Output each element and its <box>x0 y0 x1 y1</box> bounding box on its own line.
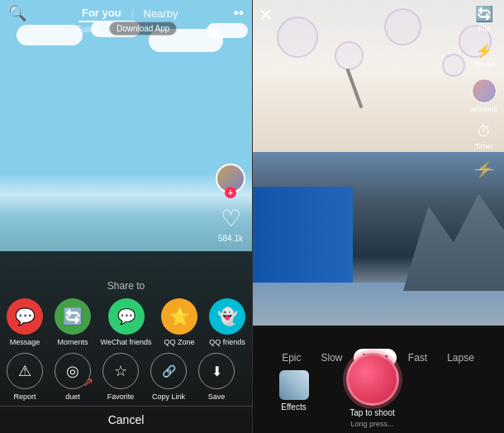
avatar-container[interactable]: + <box>216 164 245 193</box>
left-panel: 🔍 For you | Nearby •• Guide Download App… <box>0 0 252 433</box>
qq-friends-label: QQ friends <box>209 338 245 346</box>
duet-icon-circle: ◎ ↗ <box>55 353 91 389</box>
close-button[interactable]: ✕ <box>259 5 273 25</box>
shoot-area: Tap to shoot Long press... <box>346 353 399 428</box>
right-side-icons: + ♡ 584.1k <box>216 164 245 243</box>
tap-to-shoot-label: Tap to shoot <box>349 408 394 417</box>
qq-zone-icon-circle: ⭐ <box>161 298 197 335</box>
filter-label: ielicious <box>471 105 497 113</box>
follow-button[interactable]: + <box>225 187 236 198</box>
bottom-controls: Effects Tap to shoot Long press... <box>252 353 504 428</box>
save-icon-circle: ⬇ <box>198 353 235 389</box>
report-label: Report <box>13 393 36 401</box>
flip-label: Flip <box>478 25 491 33</box>
report-icon-circle: ⚠ <box>7 353 43 389</box>
timer-label: Timer <box>475 142 494 150</box>
more-options-icon[interactable]: •• <box>233 5 244 22</box>
copy-link-label: Copy Link <box>152 393 185 401</box>
share-message[interactable]: 💬 Message <box>5 298 45 346</box>
action-favorite[interactable]: ☆ Favorite <box>101 353 140 401</box>
heart-icon: ♡ <box>221 205 241 232</box>
wechat-icon: 💬 <box>117 307 136 326</box>
right-top-bar: ✕ 🔄 Flip ⚡ Speed ielicious ⏱ Timer ⚡ <box>252 5 504 178</box>
effects-label: Effects <box>281 402 306 412</box>
filter-avatar <box>472 79 497 103</box>
favorite-icon-circle: ☆ <box>102 353 139 389</box>
flip-control[interactable]: 🔄 Flip <box>475 5 493 33</box>
message-label: Message <box>10 338 40 346</box>
flash-control[interactable]: ⚡ <box>475 160 493 178</box>
wechat-label: WeChat friends <box>101 338 152 346</box>
duet-icon: ◎ <box>66 362 79 380</box>
red-arrow-icon: ↗ <box>83 374 93 390</box>
moments-icon-circle: 🔄 <box>55 298 91 335</box>
copy-link-icon-circle: 🔗 <box>150 353 187 389</box>
train-blue-car <box>252 187 353 291</box>
share-icons-row: 💬 Message 🔄 Moments 💬 WeChat friends ⭐ <box>0 298 252 346</box>
share-qq-friends[interactable]: 👻 QQ friends <box>207 298 247 346</box>
qq-friends-icon-circle: 👻 <box>209 298 245 335</box>
cancel-button[interactable]: Cancel <box>0 406 252 433</box>
guide-bar: Guide Download App <box>0 21 252 36</box>
mountain-silhouette <box>378 169 505 291</box>
share-wechat[interactable]: 💬 WeChat friends <box>101 298 151 346</box>
tab-nearby[interactable]: Nearby <box>140 6 182 21</box>
action-save[interactable]: ⬇ Save <box>197 353 236 401</box>
message-icon-circle: 💬 <box>7 298 43 335</box>
moments-label: Moments <box>57 338 88 346</box>
tab-for-you[interactable]: For you <box>78 5 125 22</box>
qq-friends-icon: 👻 <box>217 307 238 326</box>
filter-control[interactable]: ielicious <box>471 79 497 113</box>
shoot-button[interactable] <box>346 353 399 406</box>
camera-controls: 🔄 Flip ⚡ Speed ielicious ⏱ Timer ⚡ <box>471 5 497 178</box>
right-panel: ✕ 🔄 Flip ⚡ Speed ielicious ⏱ Timer ⚡ <box>252 0 504 433</box>
duet-label: duet <box>65 393 80 401</box>
timer-control[interactable]: ⏱ Timer <box>475 123 494 150</box>
long-press-label: Long press... <box>350 420 393 428</box>
effects-thumb-inner <box>279 370 309 400</box>
wechat-icon-circle: 💬 <box>108 298 145 335</box>
favorite-label: Favorite <box>107 393 135 401</box>
like-count: 584.1k <box>218 234 243 243</box>
timer-icon: ⏱ <box>477 123 492 140</box>
save-label: Save <box>208 393 226 401</box>
share-panel: Share to 💬 Message 🔄 Moments 💬 WeChat fr… <box>0 280 252 433</box>
effects-button[interactable]: Effects <box>279 370 309 412</box>
action-copy-link[interactable]: 🔗 Copy Link <box>149 353 188 401</box>
top-tabs: For you | Nearby <box>78 5 181 22</box>
action-report[interactable]: ⚠ Report <box>5 353 45 401</box>
like-button[interactable]: ♡ 584.1k <box>218 205 243 243</box>
action-icons-row: ⚠ Report ◎ ↗ duet ☆ Favorite 🔗 <box>0 353 252 401</box>
message-icon: 💬 <box>15 307 36 326</box>
moments-icon: 🔄 <box>63 307 83 326</box>
download-app-button[interactable]: Download App <box>109 21 178 36</box>
share-to-label: Share to <box>0 280 252 292</box>
share-moments[interactable]: 🔄 Moments <box>53 298 93 346</box>
qq-zone-icon: ⭐ <box>169 307 190 326</box>
share-qq-zone[interactable]: ⭐ QQ Zone <box>159 298 199 346</box>
report-icon: ⚠ <box>18 362 31 380</box>
guide-text: Guide <box>75 24 99 34</box>
copy-link-icon: 🔗 <box>162 364 176 378</box>
speed-label: Speed <box>473 60 495 69</box>
tab-divider: | <box>131 8 134 18</box>
action-duet[interactable]: ◎ ↗ duet <box>53 353 93 401</box>
speed-icon: ⚡ <box>476 43 492 59</box>
save-icon: ⬇ <box>212 364 222 379</box>
flash-icon: ⚡ <box>475 160 493 178</box>
search-icon[interactable]: 🔍 <box>8 4 26 22</box>
qq-zone-label: QQ Zone <box>164 338 194 346</box>
speed-control[interactable]: ⚡ Speed <box>473 43 495 69</box>
effects-thumbnail <box>279 370 309 400</box>
panel-divider <box>252 0 253 433</box>
flip-icon: 🔄 <box>475 5 493 23</box>
favorite-icon: ☆ <box>114 362 127 380</box>
